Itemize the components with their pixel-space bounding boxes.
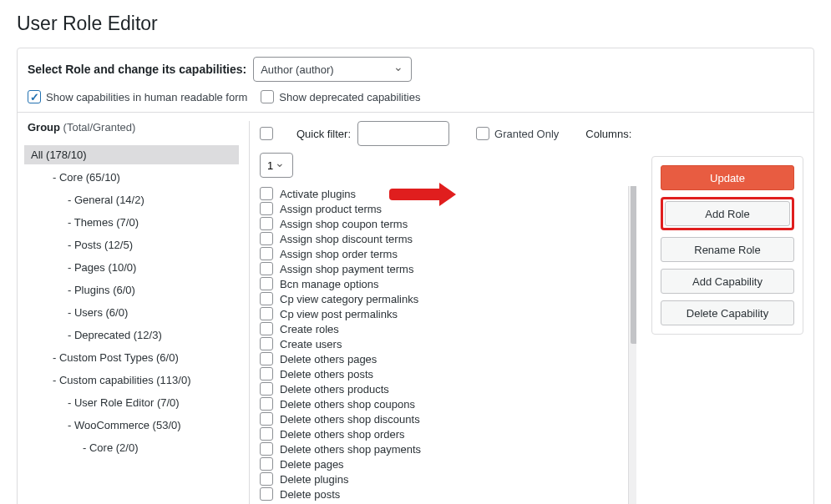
add-capability-button[interactable]: Add Capability [661, 269, 794, 294]
capability-checkbox[interactable] [260, 382, 273, 396]
group-tree-item[interactable]: - Users (6/0) [61, 303, 239, 322]
group-tree-item[interactable]: - Custom capabilities (113/0) [46, 370, 239, 390]
capability-checkbox[interactable] [260, 397, 273, 411]
group-tree-item[interactable]: - Custom Post Types (6/0) [46, 348, 239, 367]
group-label-bold: Group [28, 121, 60, 134]
capability-checkbox[interactable] [260, 412, 273, 426]
capability-checkbox[interactable] [260, 277, 273, 290]
capability-row: Cp view category permalinks [260, 291, 633, 306]
group-tree-item[interactable]: - Pages (10/0) [61, 258, 239, 277]
capability-label: Assign shop order terms [280, 248, 398, 260]
capability-row: Delete others shop payments [260, 441, 633, 456]
capability-row: Cp view post permalinks [260, 306, 633, 321]
capability-checkbox[interactable] [260, 292, 273, 305]
add-role-button[interactable]: Add Role [665, 201, 790, 226]
quick-filter-input[interactable] [357, 121, 449, 146]
capabilities-column: Quick filter: Granted Only Columns: 1 [249, 121, 636, 504]
capability-checkbox[interactable] [260, 247, 273, 260]
capability-checkbox[interactable] [260, 202, 273, 215]
capability-row: Bcn manage options [260, 276, 633, 291]
capability-label: Delete others pages [280, 353, 377, 365]
capability-checkbox[interactable] [260, 262, 273, 275]
scrollbar-thumb[interactable] [631, 186, 636, 344]
capability-checkbox[interactable] [260, 487, 273, 501]
delete-capability-button[interactable]: Delete Capability [661, 300, 794, 325]
annotation-arrow [389, 183, 456, 206]
capability-label: Delete posts [280, 488, 340, 501]
capability-row: Delete posts [260, 486, 633, 501]
group-tree-item[interactable]: - User Role Editor (7/0) [61, 393, 239, 412]
group-tree-item[interactable]: - WooCommerce (53/0) [61, 416, 239, 435]
capability-checkbox[interactable] [260, 232, 273, 245]
capability-label: Assign shop coupon terms [280, 218, 408, 230]
capability-label: Assign shop discount terms [280, 233, 413, 245]
granted-only-toggle[interactable]: Granted Only [476, 127, 559, 140]
select-all-checkbox[interactable] [260, 127, 273, 140]
role-select[interactable]: Author (author) [253, 57, 412, 82]
group-tree-item[interactable]: - General (14/2) [61, 190, 239, 209]
group-tree-item[interactable]: - Core (65/10) [46, 168, 239, 187]
capability-checkbox[interactable] [260, 217, 273, 230]
capability-label: Assign product terms [280, 203, 382, 215]
capability-row: Delete others pages [260, 351, 633, 366]
group-tree: All (178/10)- Core (65/10)- General (14/… [24, 145, 239, 457]
capability-checkbox[interactable] [260, 337, 273, 350]
capability-row: Assign shop discount terms [260, 231, 633, 246]
group-tree-item[interactable]: - Posts (12/5) [61, 235, 239, 255]
capability-row: Delete others shop discounts [260, 411, 633, 426]
capability-row: Create roles [260, 321, 633, 336]
capability-checkbox[interactable] [260, 442, 273, 456]
capability-label: Delete pages [280, 458, 344, 471]
capability-checkbox[interactable] [260, 322, 273, 335]
group-tree-item[interactable]: - Deprecated (12/3) [61, 325, 239, 345]
capability-checkbox[interactable] [260, 307, 273, 320]
capability-label: Create roles [280, 323, 339, 335]
capability-checkbox[interactable] [260, 367, 273, 381]
capability-checkbox[interactable] [260, 427, 273, 441]
group-tree-item[interactable]: - Plugins (6/0) [61, 280, 239, 300]
capability-label: Assign shop payment terms [280, 263, 413, 275]
group-tree-item[interactable]: All (178/10) [24, 145, 239, 164]
checkbox-icon [28, 90, 41, 103]
granted-only-label: Granted Only [494, 128, 559, 140]
group-tree-item[interactable]: - Core (2/0) [76, 438, 239, 457]
quick-filter-label: Quick filter: [296, 128, 351, 140]
capability-row: Delete others shop orders [260, 426, 633, 441]
capability-checkbox[interactable] [260, 187, 273, 200]
capability-row: Create users [260, 336, 633, 351]
capability-label: Delete others posts [280, 368, 373, 381]
divider [18, 112, 813, 113]
checkbox-icon [261, 90, 274, 103]
capability-label: Bcn manage options [280, 278, 379, 290]
capabilities-list: Activate pluginsAssign product termsAssi… [260, 186, 636, 504]
group-label-suffix: (Total/Granted) [60, 121, 135, 134]
rename-role-button[interactable]: Rename Role [661, 237, 794, 262]
capability-label: Create users [280, 338, 342, 350]
capability-checkbox[interactable] [260, 472, 273, 486]
capability-row: Delete others shop coupons [260, 396, 633, 411]
capability-label: Delete others products [280, 383, 389, 396]
scrollbar[interactable] [628, 186, 636, 504]
capability-row: Delete plugins [260, 471, 633, 486]
columns-select[interactable]: 1 [260, 153, 293, 178]
capability-row: Assign shop payment terms [260, 261, 633, 276]
deprecated-toggle[interactable]: Show deprecated capabilities [261, 90, 420, 103]
update-button[interactable]: Update [661, 165, 794, 190]
capability-label: Cp view post permalinks [280, 308, 398, 320]
capability-row: Delete pages [260, 456, 633, 471]
capability-label: Delete plugins [280, 473, 348, 486]
columns-label: Columns: [585, 128, 631, 140]
capability-row: Assign shop order terms [260, 246, 633, 261]
human-readable-toggle[interactable]: Show capabilities in human readable form [28, 90, 247, 103]
checkbox-icon [476, 127, 489, 140]
actions-box: Update Add Role Rename Role Add Capabili… [651, 156, 803, 335]
deprecated-label: Show deprecated capabilities [279, 91, 420, 103]
group-tree-item[interactable]: - Themes (7/0) [61, 213, 239, 232]
capability-label: Delete others shop coupons [280, 398, 415, 411]
capability-checkbox[interactable] [260, 352, 273, 365]
capability-checkbox[interactable] [260, 457, 273, 471]
capability-row: Delete others posts [260, 366, 633, 381]
main-panel: Select Role and change its capabilities:… [17, 48, 814, 504]
highlight-annotation: Add Role [661, 197, 794, 230]
human-readable-label: Show capabilities in human readable form [46, 91, 247, 103]
